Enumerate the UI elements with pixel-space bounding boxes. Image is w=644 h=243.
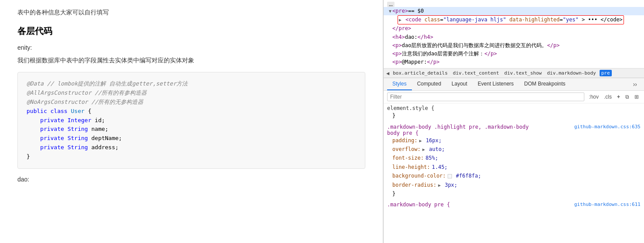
code-line-1: @Data // lombok提供的注解 自动生成getter,setter方法 bbox=[27, 79, 356, 89]
add-rule-button[interactable]: + bbox=[615, 93, 622, 101]
dom-pre-close: </pre> bbox=[387, 24, 641, 33]
tab-more-button[interactable]: ›› bbox=[630, 79, 641, 89]
code-line-5: private Integer id; bbox=[27, 116, 356, 125]
red-outline-box: ▶ <code class="language-java hljs" data-… bbox=[398, 15, 624, 24]
css-rules: element.style { } .markdown-body .highli… bbox=[384, 103, 644, 213]
code-line-9: } bbox=[27, 152, 356, 161]
css-rule-element-style: element.style { } bbox=[387, 105, 641, 120]
dao-label: dao: bbox=[17, 176, 365, 183]
css-rule-markdown-pre-1: .markdown-body .highlight pre, .markdown… bbox=[387, 124, 641, 199]
css-rule-header-2: .markdown-body pre { github-markdown.css… bbox=[387, 202, 641, 208]
styles-panel: :hov .cls + ⧉ ⊞ element.style { } bbox=[384, 91, 644, 243]
css-source-2[interactable]: github-markdown.css:611 bbox=[574, 202, 641, 208]
css-prop-background-color: background-color: #f6f8fa; bbox=[387, 171, 641, 180]
breadcrumb-item-2[interactable]: div.text_show bbox=[502, 70, 543, 76]
css-rule-markdown-pre-2: .markdown-body pre { github-markdown.css… bbox=[387, 202, 641, 208]
dom-tree[interactable]: ... ▼ <pre> == $0 ▶ <code class="languag… bbox=[384, 0, 644, 68]
entity-desc: 我们根据数据库中表中的字段属性去实体类中编写对应的实体对象 bbox=[17, 55, 365, 65]
page-heading: 各层代码 bbox=[17, 25, 365, 37]
intro-text: 表中的各种信息大家可以自行填写 bbox=[17, 9, 365, 17]
code-triangle[interactable]: ▶ bbox=[399, 17, 401, 22]
dom-p1: <p>dao层所放置的代码是我们与数据库之间进行数据交互的代码。</p> bbox=[387, 41, 641, 50]
cls-button[interactable]: .cls bbox=[602, 93, 614, 101]
color-swatch-bg[interactable] bbox=[448, 174, 452, 178]
css-prop-padding: padding: ▶ 16px; bbox=[387, 136, 641, 145]
dom-ellipsis-line: ... bbox=[387, 2, 641, 7]
collapse-triangle[interactable]: ▼ bbox=[389, 8, 391, 15]
filter-row: :hov .cls + ⧉ ⊞ bbox=[384, 91, 644, 103]
hov-button[interactable]: :hov bbox=[587, 93, 600, 101]
breadcrumb-item-3[interactable]: div.markdown-body bbox=[545, 70, 598, 76]
css-prop-line-height: line-height: 1.45; bbox=[387, 163, 641, 171]
code-line-2: @AllArgsConstructor //所有的有参构造器 bbox=[27, 89, 356, 98]
tab-event-listeners[interactable]: Event Listeners bbox=[472, 78, 519, 90]
left-panel: 表中的各种信息大家可以自行填写 各层代码 enity: 我们根据数据库中表中的字… bbox=[0, 0, 383, 243]
code-line-4: public class User { bbox=[27, 107, 356, 116]
dom-p3: <p>@Mapper:</p> bbox=[387, 58, 641, 66]
devtools-panel: ... ▼ <pre> == $0 ▶ <code class="languag… bbox=[383, 0, 644, 243]
css-source-1[interactable]: github-markdown.css:635 bbox=[574, 124, 641, 130]
css-prop-border-radius: border-radius: ▶ 3px; bbox=[387, 181, 641, 189]
code-line-7: private String deptName; bbox=[27, 134, 356, 143]
element-style-close: } bbox=[387, 111, 641, 120]
filter-actions: :hov .cls + ⧉ ⊞ bbox=[587, 93, 641, 101]
tab-layout[interactable]: Layout bbox=[446, 78, 472, 90]
filter-input[interactable] bbox=[387, 92, 584, 101]
code-line-6: private String name; bbox=[27, 125, 356, 134]
ellipsis-button[interactable]: ... bbox=[387, 2, 394, 7]
dom-h4: <h4>dao:</h4> bbox=[387, 33, 641, 41]
tabs-row: Styles Computed Layout Event Listeners D… bbox=[384, 78, 644, 91]
css-rule-close-1: } bbox=[387, 189, 641, 198]
breadcrumb-item-0[interactable]: box.article_details bbox=[391, 70, 449, 76]
entity-label: enity: bbox=[17, 44, 365, 51]
breadcrumb-bar: ◀ box.article_details div.text_content d… bbox=[384, 68, 644, 78]
code-line-8: private String address; bbox=[27, 143, 356, 152]
tab-computed[interactable]: Computed bbox=[412, 78, 446, 90]
copy-button[interactable]: ⧉ bbox=[624, 93, 631, 101]
dom-p2: <p>注意我们的dao层需要的两个注解：</p> bbox=[387, 50, 641, 58]
dom-pre-line[interactable]: ▼ <pre> == $0 bbox=[384, 7, 644, 15]
tab-styles[interactable]: Styles bbox=[387, 78, 412, 90]
tab-dom-breakpoints[interactable]: DOM Breakpoints bbox=[519, 78, 571, 90]
code-block: @Data // lombok提供的注解 自动生成getter,setter方法… bbox=[17, 72, 365, 168]
css-prop-overflow: overflow: ▶ auto; bbox=[387, 145, 641, 154]
code-line-3: @NoArgsConstructor //所有的无参构造器 bbox=[27, 98, 356, 107]
breadcrumb-back-arrow[interactable]: ◀ bbox=[386, 70, 389, 76]
css-prop-font-size: font-size: 85%; bbox=[387, 154, 641, 162]
breadcrumb-item-4[interactable]: pre bbox=[600, 70, 612, 76]
css-rule-header-1: .markdown-body .highlight pre, .markdown… bbox=[387, 124, 641, 130]
element-style-selector: element.style { bbox=[387, 105, 641, 111]
breadcrumb-item-1[interactable]: div.text_content bbox=[451, 70, 501, 76]
settings-button[interactable]: ⊞ bbox=[633, 93, 641, 101]
dom-code-line[interactable]: ▶ <code class="language-java hljs" data-… bbox=[387, 15, 641, 24]
